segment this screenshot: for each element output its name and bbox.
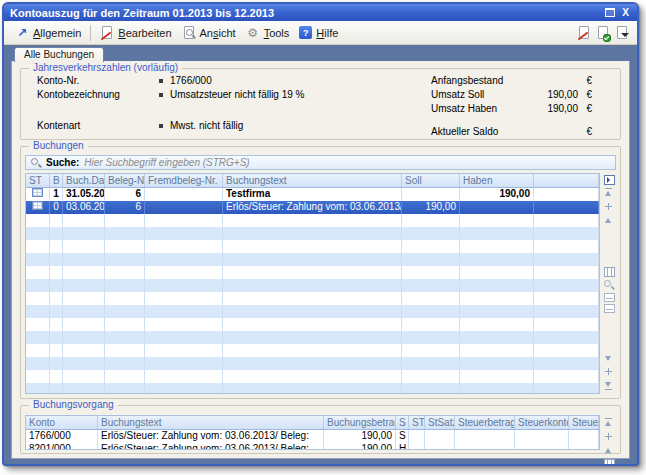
col-header-s[interactable]: S — [396, 416, 409, 429]
empty-row — [26, 383, 599, 394]
window-close-icon[interactable]: X — [622, 8, 629, 18]
empty-cell — [63, 214, 105, 227]
empty-cell — [460, 331, 534, 344]
empty-cell — [402, 331, 460, 344]
export-page-icon[interactable] — [617, 26, 627, 39]
col-header-haben[interactable]: Haben — [460, 174, 534, 187]
cell-betrag: 190,00 — [324, 430, 396, 443]
cell-st — [26, 188, 50, 201]
empty-cell — [223, 318, 402, 331]
title-bar: Kontoauszug für den Zeitraum 01.2013 bis… — [4, 4, 637, 21]
insert-row-icon[interactable] — [603, 431, 615, 443]
vorgang-row[interactable]: 8201/000 Erlös/Steuer: Zahlung vom: 03.0… — [26, 443, 599, 450]
empty-cell — [26, 214, 50, 227]
menu-label-accel: B — [118, 27, 125, 39]
insert-row-icon[interactable] — [603, 201, 615, 213]
currency-symbol: € — [578, 75, 592, 86]
empty-cell — [534, 227, 599, 240]
col-header-belegnr[interactable]: Beleg-Nr. — [105, 174, 145, 187]
empty-cell — [50, 266, 63, 279]
window-restore-icon[interactable] — [605, 8, 615, 17]
zoom-icon[interactable] — [603, 279, 615, 291]
col-header-steuerkonto2[interactable]: Steuerkonto 2 — [569, 416, 599, 429]
scroll-bottom-icon[interactable] — [603, 380, 615, 392]
check-page-icon[interactable] — [598, 26, 608, 39]
empty-cell — [460, 305, 534, 318]
empty-row — [26, 253, 599, 266]
col-header-st[interactable]: ST — [26, 174, 50, 187]
buchungstext: Erlös/Steuer: Zahlung vom: 03.06.2013/ B… — [226, 201, 402, 212]
col-header-buchungstext[interactable]: Buchungstext — [223, 174, 402, 187]
report-page-icon[interactable] — [579, 26, 589, 39]
booking-row[interactable]: 1 31.05.2013 6 Testfirma 190,00 — [26, 188, 599, 201]
cell-steuerbetrag — [455, 443, 515, 450]
col-header-steuerbetrag[interactable]: Steuerbetrag — [455, 416, 515, 429]
tab-alle-buchungen[interactable]: Alle Buchungen — [14, 47, 104, 62]
col-header-stsatz[interactable]: StSatz — [425, 416, 455, 429]
search-bar[interactable]: Suche: Hier Suchbegriff eingeben (STRG+S… — [25, 155, 616, 170]
empty-cell — [50, 344, 63, 357]
empty-cell — [223, 383, 402, 394]
col-header-fremdbelegnr[interactable]: Fremdbeleg-Nr. — [145, 174, 223, 187]
menu-allgemein[interactable]: ↗ Allgemein — [10, 24, 86, 42]
menu-tools[interactable]: ⚙ Tools — [241, 24, 295, 42]
add-row-icon[interactable] — [603, 366, 615, 378]
empty-cell — [105, 318, 145, 331]
filter-box-icon[interactable] — [604, 304, 615, 313]
col-header-st[interactable]: ST — [409, 416, 425, 429]
field-value: 1766/000 — [159, 75, 212, 86]
empty-cell — [460, 383, 534, 394]
col-header-steuerkonto1[interactable]: Steuerkonto 1 — [515, 416, 569, 429]
empty-cell — [402, 214, 460, 227]
grid-sheet-icon — [32, 201, 43, 210]
field-value: € — [522, 126, 592, 137]
empty-cell — [145, 240, 223, 253]
col-header-b[interactable]: B — [50, 174, 63, 187]
vorgang-header-row: Konto Buchungstext Buchungsbetrag S ST S… — [26, 416, 599, 430]
app-window: Kontoauszug für den Zeitraum 01.2013 bis… — [2, 2, 639, 466]
empty-cell — [63, 240, 105, 253]
col-header-konto[interactable]: Konto — [26, 416, 98, 429]
search-label: Suche: — [46, 157, 79, 168]
sum-box-icon[interactable] — [604, 293, 615, 302]
columns-icon[interactable] — [604, 267, 615, 277]
empty-cell — [26, 227, 50, 240]
empty-cell — [145, 318, 223, 331]
menu-bearbeiten[interactable]: Bearbeiten — [95, 24, 176, 42]
columns-icon[interactable] — [604, 459, 615, 466]
empty-cell — [26, 240, 50, 253]
column-chooser-icon[interactable] — [604, 175, 615, 185]
main-panel: Jahresverkehrszahlen (vorläufig) Konto-N… — [11, 61, 630, 459]
cell-konto: 1766/000 — [26, 430, 98, 443]
empty-cell — [105, 344, 145, 357]
scroll-top-icon[interactable] — [603, 417, 615, 429]
content-area: Alle Buchungen Jahresverkehrszahlen (vor… — [4, 45, 637, 464]
field-label: Umsatz Soll — [431, 89, 484, 100]
cell-buchdat: 03.06.2013 — [63, 201, 105, 214]
menu-ansicht[interactable]: Ansicht — [177, 24, 241, 42]
menu-hilfe[interactable]: ? Hilfe — [294, 24, 343, 41]
scroll-up-icon[interactable] — [603, 445, 615, 457]
booking-row-selected[interactable]: 0 03.06.2013 6 Erlös/Steuer: Zahlung vom… — [26, 201, 599, 214]
buchungen-table: ST B Buch.Dat. Beleg-Nr. Fremdbeleg-Nr. … — [25, 173, 600, 394]
vorgang-row[interactable]: 1766/000 Erlös/Steuer: Zahlung vom: 03.0… — [26, 430, 599, 443]
scroll-up-icon[interactable] — [603, 215, 615, 227]
col-header-buchdat[interactable]: Buch.Dat. — [63, 174, 105, 187]
scroll-down-icon[interactable] — [603, 352, 615, 364]
buchungen-header-row: ST B Buch.Dat. Beleg-Nr. Fremdbeleg-Nr. … — [26, 174, 599, 188]
page-magnifier-icon-shape — [184, 26, 194, 39]
empty-cell — [223, 253, 402, 266]
menu-label-rest: ools — [269, 27, 289, 39]
empty-row — [26, 357, 599, 370]
window-controls: X — [605, 8, 629, 18]
empty-cell — [223, 357, 402, 370]
col-header-buchungsbetrag[interactable]: Buchungsbetrag — [324, 416, 396, 429]
empty-cell — [105, 292, 145, 305]
scroll-top-icon[interactable] — [603, 187, 615, 199]
menu-label-rest: llgemein — [40, 27, 81, 39]
empty-cell — [50, 357, 63, 370]
empty-cell — [223, 266, 402, 279]
col-header-buchungstext[interactable]: Buchungstext — [98, 416, 324, 429]
empty-cell — [223, 344, 402, 357]
col-header-soll[interactable]: Soll — [402, 174, 460, 187]
